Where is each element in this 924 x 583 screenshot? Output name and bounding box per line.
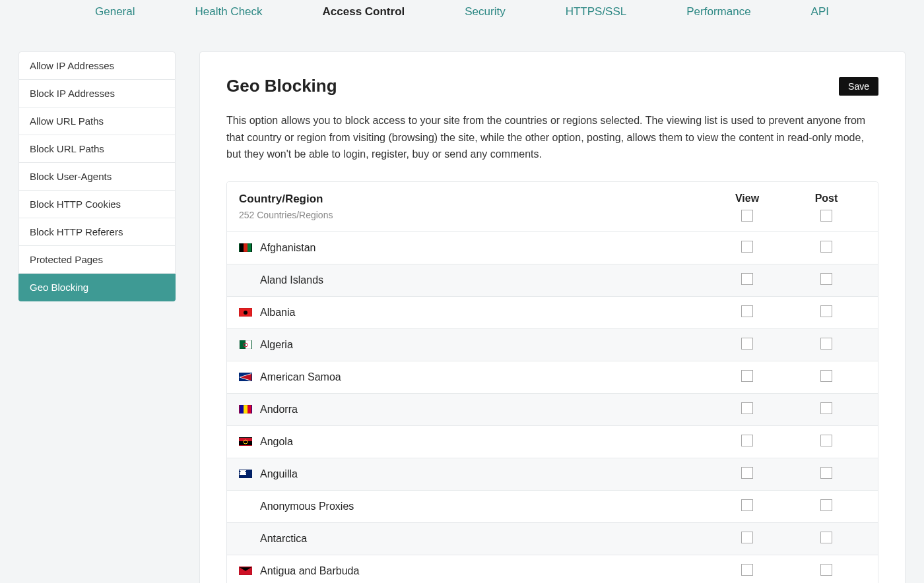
cell-country: Aland Islands bbox=[239, 274, 708, 286]
cell-post bbox=[787, 499, 866, 514]
sidebar-item-block-cookies[interactable]: Block HTTP Cookies bbox=[18, 191, 176, 218]
header-view-label: View bbox=[735, 193, 759, 204]
flag-ai-icon bbox=[239, 470, 252, 478]
country-name: Angola bbox=[260, 436, 293, 448]
checkbox-post-all[interactable] bbox=[820, 210, 832, 222]
country-name: Andorra bbox=[260, 404, 298, 415]
country-name: Antigua and Barbuda bbox=[260, 565, 359, 577]
cell-view bbox=[708, 402, 787, 417]
checkbox-view[interactable] bbox=[741, 273, 753, 285]
checkbox-view[interactable] bbox=[741, 338, 753, 350]
checkbox-post[interactable] bbox=[820, 532, 832, 543]
sidebar-item-protected[interactable]: Protected Pages bbox=[18, 246, 176, 274]
checkbox-post[interactable] bbox=[820, 370, 832, 382]
cell-country: Anonymous Proxies bbox=[239, 501, 708, 512]
table-row: Algeria bbox=[227, 329, 878, 361]
table-header-row: Country/Region 252 Countries/Regions Vie… bbox=[227, 182, 878, 232]
flag-af-icon bbox=[239, 243, 252, 252]
country-name: Afghanistan bbox=[260, 242, 316, 254]
checkbox-post[interactable] bbox=[820, 241, 832, 253]
checkbox-view[interactable] bbox=[741, 402, 753, 414]
country-name: Albania bbox=[260, 307, 295, 319]
checkbox-view[interactable] bbox=[741, 305, 753, 317]
cell-view bbox=[708, 338, 787, 352]
cell-country: Albania bbox=[239, 307, 708, 319]
cell-view bbox=[708, 241, 787, 255]
table-row: Albania bbox=[227, 297, 878, 329]
checkbox-post[interactable] bbox=[820, 435, 832, 446]
col-header-post: Post bbox=[787, 193, 866, 222]
table-row: Anguilla bbox=[227, 458, 878, 491]
cell-country: American Samoa bbox=[239, 371, 708, 383]
cell-view bbox=[708, 370, 787, 384]
cell-post bbox=[787, 435, 866, 449]
checkbox-view[interactable] bbox=[741, 467, 753, 479]
sidebar: Allow IP AddressesBlock IP AddressesAllo… bbox=[18, 51, 176, 583]
tab-security[interactable]: Security bbox=[462, 0, 508, 24]
main-panel: Geo Blocking Save This option allows you… bbox=[199, 51, 906, 583]
flag-ao-icon bbox=[239, 437, 252, 446]
sidebar-item-block-ip[interactable]: Block IP Addresses bbox=[18, 80, 176, 107]
checkbox-post[interactable] bbox=[820, 564, 832, 576]
checkbox-view[interactable] bbox=[741, 499, 753, 511]
cell-country: Anguilla bbox=[239, 468, 708, 480]
sidebar-item-block-ua[interactable]: Block User-Agents bbox=[18, 163, 176, 191]
save-button[interactable]: Save bbox=[839, 77, 878, 96]
table-row: Andorra bbox=[227, 394, 878, 426]
col-header-country: Country/Region 252 Countries/Regions bbox=[239, 193, 708, 220]
sidebar-item-allow-url[interactable]: Allow URL Paths bbox=[18, 107, 176, 135]
country-name: Antarctica bbox=[260, 533, 307, 545]
checkbox-post[interactable] bbox=[820, 305, 832, 317]
tab-performance[interactable]: Performance bbox=[684, 0, 753, 24]
flag-al-icon bbox=[239, 308, 252, 317]
table-row: Antarctica bbox=[227, 523, 878, 555]
sidebar-item-block-url[interactable]: Block URL Paths bbox=[18, 135, 176, 163]
cell-post bbox=[787, 564, 866, 578]
cell-post bbox=[787, 532, 866, 546]
cell-post bbox=[787, 241, 866, 255]
tab-health-check[interactable]: Health Check bbox=[192, 0, 265, 24]
flag-ag-icon bbox=[239, 567, 252, 575]
cell-country: Antigua and Barbuda bbox=[239, 565, 708, 577]
panel-description: This option allows you to block access t… bbox=[226, 112, 878, 163]
checkbox-view[interactable] bbox=[741, 564, 753, 576]
cell-post bbox=[787, 370, 866, 384]
checkbox-post[interactable] bbox=[820, 402, 832, 414]
cell-country: Afghanistan bbox=[239, 242, 708, 254]
table-row: Angola bbox=[227, 426, 878, 458]
tab-api[interactable]: API bbox=[808, 0, 832, 24]
checkbox-view[interactable] bbox=[741, 532, 753, 543]
country-name: Aland Islands bbox=[260, 274, 323, 286]
header-country-label: Country/Region bbox=[239, 193, 708, 206]
checkbox-post[interactable] bbox=[820, 499, 832, 511]
cell-country: Algeria bbox=[239, 339, 708, 351]
country-name: Anonymous Proxies bbox=[260, 501, 354, 512]
header-country-count: 252 Countries/Regions bbox=[239, 210, 708, 220]
cell-view bbox=[708, 273, 787, 288]
table-row: Afghanistan bbox=[227, 232, 878, 264]
checkbox-post[interactable] bbox=[820, 338, 832, 350]
cell-view bbox=[708, 435, 787, 449]
table-row: Antigua and Barbuda bbox=[227, 555, 878, 583]
cell-country: Andorra bbox=[239, 404, 708, 415]
table-row: Aland Islands bbox=[227, 264, 878, 297]
cell-post bbox=[787, 402, 866, 417]
tab-general[interactable]: General bbox=[92, 0, 137, 24]
checkbox-post[interactable] bbox=[820, 467, 832, 479]
cell-view bbox=[708, 305, 787, 320]
checkbox-post[interactable] bbox=[820, 273, 832, 285]
checkbox-view-all[interactable] bbox=[741, 210, 753, 222]
cell-country: Antarctica bbox=[239, 533, 708, 545]
checkbox-view[interactable] bbox=[741, 370, 753, 382]
tab-access-control[interactable]: Access Control bbox=[320, 0, 408, 24]
checkbox-view[interactable] bbox=[741, 435, 753, 446]
sidebar-item-geo[interactable]: Geo Blocking bbox=[18, 274, 176, 301]
sidebar-item-allow-ip[interactable]: Allow IP Addresses bbox=[18, 51, 176, 80]
header-post-label: Post bbox=[815, 193, 838, 204]
flag-as-icon bbox=[239, 373, 252, 381]
checkbox-view[interactable] bbox=[741, 241, 753, 253]
cell-post bbox=[787, 273, 866, 288]
tab-https-ssl[interactable]: HTTPS/SSL bbox=[563, 0, 630, 24]
sidebar-item-block-referers[interactable]: Block HTTP Referers bbox=[18, 218, 176, 246]
cell-view bbox=[708, 564, 787, 578]
